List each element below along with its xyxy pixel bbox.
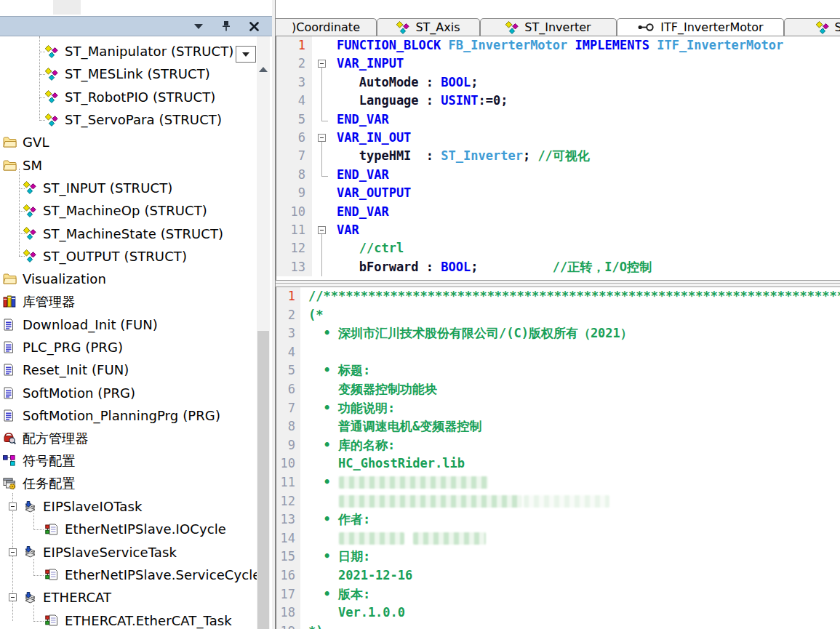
- fold-toggle[interactable]: [312, 55, 334, 73]
- tree-item-download_init-fun[interactable]: Download_Init (FUN): [0, 313, 272, 336]
- fold-column: [300, 585, 305, 604]
- device-tree-panel: ST_Manipulator (STRUCT) ST_MESLink (STRU…: [0, 0, 272, 629]
- tree-item-[interactable]: 任务配置: [0, 473, 272, 495]
- call-icon: [45, 614, 60, 627]
- tree-item-softmotion-prg[interactable]: SoftMotion (PRG): [0, 381, 272, 404]
- tree-item-label: PLC_PRG (PRG): [23, 340, 123, 355]
- code-line[interactable]: 18 Ver.1.0.0: [276, 604, 840, 622]
- collapse-minus-icon[interactable]: [318, 226, 326, 234]
- declaration-editor[interactable]: 1FUNCTION_BLOCK FB_InverterMotor IMPLEME…: [276, 36, 840, 280]
- tree-item-[interactable]: 符号配置: [0, 449, 272, 472]
- fold-toggle[interactable]: [312, 129, 334, 147]
- tree-item-plc_prg-prg[interactable]: PLC_PRG (PRG): [0, 336, 272, 358]
- code-line[interactable]: 19*): [276, 622, 840, 629]
- panel-dropdown-icon[interactable]: [192, 20, 205, 33]
- implementation-editor[interactable]: 1//*************************************…: [276, 287, 840, 629]
- tree-item-label: ST_MachineState (STRUCT): [43, 226, 223, 241]
- line-number: 3: [276, 73, 312, 92]
- fold-toggle[interactable]: [312, 221, 334, 239]
- library-icon: [3, 295, 17, 308]
- tree-item-reset_init-fun[interactable]: Reset_Init (FUN): [0, 358, 272, 381]
- editor-splitter[interactable]: [276, 280, 840, 287]
- tree-item-st_input-struct[interactable]: ST_INPUT (STRUCT): [0, 177, 272, 199]
- tree-item-ethercat.ethercat_task[interactable]: ETHERCAT.EtherCAT_Task: [0, 609, 272, 629]
- code-line[interactable]: 4 Language : USINT:=0;: [276, 92, 840, 110]
- code-line[interactable]: 6 变频器控制功能块: [276, 380, 840, 399]
- code-line[interactable]: 7 • 功能说明:: [276, 399, 840, 418]
- code-line[interactable]: 3 AutoMode : BOOL;: [276, 73, 840, 92]
- code-line[interactable]: 2(*: [276, 306, 840, 325]
- code-line[interactable]: 13 • 作者:: [276, 510, 840, 529]
- code-line[interactable]: 10 HC_GhostRider.lib: [276, 454, 840, 473]
- tree-item-st_machinestate-struct[interactable]: ST_MachineState (STRUCT): [0, 222, 272, 244]
- tree-item-eipslaveiotask[interactable]: EIPSlaveIOTask: [0, 495, 272, 518]
- redacted-text: [339, 476, 488, 489]
- project-tree[interactable]: ST_Manipulator (STRUCT) ST_MESLink (STRU…: [0, 36, 272, 629]
- code-line[interactable]: 12 //ctrl: [276, 239, 840, 257]
- code-line[interactable]: 16 2021-12-16: [276, 566, 840, 585]
- tab-itf_invertermotor[interactable]: ITF_InverterMotor: [617, 18, 784, 36]
- tab-st_[interactable]: ST_: [784, 18, 840, 36]
- code-line[interactable]: 8 普通调速电机&变频器控制: [276, 417, 840, 436]
- code-line[interactable]: 12: [276, 492, 840, 511]
- code-line[interactable]: 17 • 版本:: [276, 585, 840, 604]
- tree-item-ethercat[interactable]: ETHERCAT: [0, 586, 272, 609]
- tree-item-dropdown[interactable]: [236, 46, 256, 63]
- code-line[interactable]: 11 •: [276, 473, 840, 492]
- tab-st_inverter[interactable]: ST_Inverter: [480, 18, 617, 36]
- code-line[interactable]: 3 • 深圳市汇川技术股份有限公司/(C)版权所有（2021）: [276, 324, 840, 343]
- code-line[interactable]: 2VAR_INPUT: [276, 55, 840, 73]
- code-line[interactable]: 9 • 库的名称:: [276, 436, 840, 455]
- tree-item-softmotion_planningprg-prg[interactable]: SoftMotion_PlanningPrg (PRG): [0, 404, 272, 427]
- tree-item-gvl[interactable]: GVL: [0, 131, 272, 153]
- tab-coordinate[interactable]: )Coordinate: [276, 18, 377, 36]
- pin-icon[interactable]: [220, 20, 233, 33]
- tree-item-[interactable]: 库管理器: [0, 290, 272, 313]
- tab-st_axis[interactable]: ST_Axis: [377, 18, 480, 36]
- collapse-minus-icon[interactable]: [9, 548, 17, 556]
- tree-item-label: ST_Manipulator (STRUCT): [65, 44, 233, 59]
- code-line[interactable]: 1FUNCTION_BLOCK FB_InverterMotor IMPLEME…: [276, 36, 840, 55]
- fold-column: [300, 306, 305, 325]
- tree-item-sm[interactable]: SM: [0, 153, 272, 176]
- code-line[interactable]: 8END_VAR: [276, 166, 840, 184]
- code-line[interactable]: 5 • 标题:: [276, 361, 840, 380]
- tree-scrollbar[interactable]: [257, 36, 270, 629]
- code-line[interactable]: 7 typeHMI : ST_Inverter; //可视化: [276, 147, 840, 165]
- tree-item-label: Reset_Init (FUN): [23, 362, 129, 377]
- scroll-up-icon[interactable]: [259, 67, 268, 72]
- tree-connector-stub: [39, 97, 45, 98]
- editor-tab-bar: )Coordinate ST_Axis ST_Inverter ITF_Inve…: [276, 18, 840, 36]
- line-number: 1: [276, 287, 300, 306]
- code-line[interactable]: 14: [276, 529, 840, 548]
- code-token: *): [308, 624, 323, 629]
- code-text: END_VAR: [334, 203, 389, 221]
- tree-item-eipslaveservicetask[interactable]: EIPSlaveServiceTask: [0, 541, 272, 564]
- code-text: AutoMode : BOOL;: [334, 73, 479, 92]
- collapse-minus-icon[interactable]: [9, 593, 17, 601]
- code-line[interactable]: 11VAR: [276, 221, 840, 239]
- close-icon[interactable]: [247, 20, 260, 33]
- code-line[interactable]: 1//*************************************…: [276, 287, 840, 306]
- code-line[interactable]: 13 bForward : BOOL; //正转，I/O控制: [276, 258, 840, 276]
- tree-item-label: Download_Init (FUN): [23, 317, 158, 332]
- code-line[interactable]: 9VAR_OUTPUT: [276, 184, 840, 202]
- tree-item-st_machineop-struct[interactable]: ST_MachineOp (STRUCT): [0, 199, 272, 222]
- scrollbar-thumb[interactable]: [257, 331, 269, 629]
- code-line[interactable]: 4: [276, 343, 840, 362]
- code-line[interactable]: 15 • 日期:: [276, 548, 840, 566]
- collapse-minus-icon[interactable]: [318, 60, 326, 68]
- code-line[interactable]: 6VAR_IN_OUT: [276, 129, 840, 147]
- code-line[interactable]: 10END_VAR: [276, 203, 840, 221]
- collapse-minus-icon[interactable]: [318, 134, 326, 142]
- code-text: //ctrl: [334, 239, 404, 257]
- code-token: VAR_IN_OUT: [337, 130, 411, 145]
- code-token: HC_GhostRider.lib: [308, 456, 465, 470]
- tree-item-[interactable]: 配方管理器: [0, 427, 272, 449]
- code-line[interactable]: 5END_VAR: [276, 111, 840, 129]
- tree-item-visualization[interactable]: Visualization: [0, 268, 272, 290]
- fold-column: [300, 361, 305, 380]
- tree-item-label: ST_OUTPUT (STRUCT): [43, 249, 187, 264]
- tree-item-st_output-struct[interactable]: ST_OUTPUT (STRUCT): [0, 245, 272, 268]
- collapse-minus-icon[interactable]: [9, 502, 17, 510]
